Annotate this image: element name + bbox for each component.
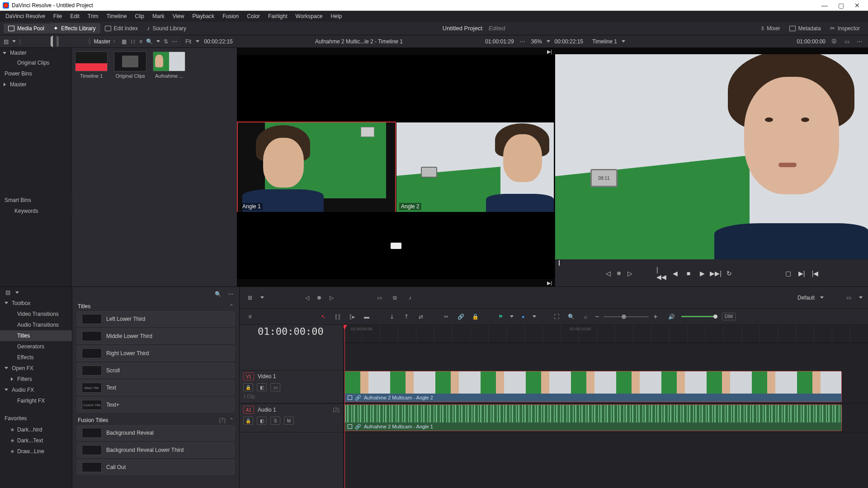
track-head-a1[interactable]: A1 Audio 1 (2) 🔒 ◧ S M xyxy=(240,404,343,432)
fav-item[interactable]: ★Dark...hird xyxy=(0,424,72,435)
close-button[interactable]: ✕ xyxy=(849,0,865,11)
timeline-name[interactable]: Timeline 1 xyxy=(592,38,617,45)
fusion-titles-header[interactable]: Fusion Titles (7)⌃ xyxy=(77,414,235,425)
browser-menu-icon[interactable]: ⋯ xyxy=(172,38,177,46)
lock-icon[interactable]: 🔒 xyxy=(470,312,480,321)
av-icon[interactable]: ⧉ xyxy=(390,293,400,302)
cat-audiofx[interactable]: Audio FX xyxy=(0,385,72,395)
metadata-toggle[interactable]: Metadata xyxy=(785,23,826,33)
fav-item[interactable]: ★Dark...Text xyxy=(0,435,72,446)
zoom-slider[interactable] xyxy=(604,316,649,317)
fx-panel-icon[interactable]: ▤ xyxy=(4,288,12,296)
menu-view[interactable]: View xyxy=(169,12,188,21)
blade-tool[interactable]: ▬ xyxy=(362,312,372,321)
multicam-mode-icon[interactable]: ⊞ xyxy=(245,293,255,302)
mute-button[interactable]: M xyxy=(284,417,294,425)
dim-button[interactable]: DIM xyxy=(722,313,736,320)
playhead[interactable] xyxy=(344,325,345,488)
trim-tool[interactable]: ⟦⟧ xyxy=(333,312,343,321)
tl-view-drop-icon[interactable] xyxy=(859,296,863,299)
last-edit-icon[interactable]: |◀ xyxy=(811,269,820,278)
mark-in-icon[interactable]: ◁ xyxy=(604,269,613,278)
fx-search-icon[interactable]: 🔍 xyxy=(214,290,222,298)
cat-video-transitions[interactable]: Video Transitions xyxy=(0,309,72,319)
title-item[interactable]: Middle Lower Third xyxy=(77,328,235,344)
fusion-title-item[interactable]: Call Out xyxy=(77,460,235,475)
default-drop-icon[interactable] xyxy=(820,296,824,299)
nav-back-icon[interactable] xyxy=(24,35,53,47)
maximize-button[interactable]: ▢ xyxy=(833,0,849,11)
titles-group-header[interactable]: Titles ⌃ xyxy=(77,300,235,311)
bin-power-master[interactable]: Master xyxy=(0,80,71,89)
menu-color[interactable]: Color xyxy=(243,12,264,21)
clip-original-folder[interactable]: Original Clips xyxy=(114,52,146,79)
volume-slider[interactable] xyxy=(681,316,717,317)
play-button[interactable]: ▶ xyxy=(698,269,707,278)
clip-timeline1[interactable]: Timeline 1 xyxy=(75,52,108,79)
auto-select-button[interactable]: ◧ xyxy=(257,417,267,425)
stacked-icon[interactable]: ≡ xyxy=(245,312,255,321)
zoom-to-fit-icon[interactable]: ⛶ xyxy=(552,312,561,321)
angle-2[interactable]: Angle 2 xyxy=(396,122,554,212)
goto-end-button[interactable]: ▶▶| xyxy=(711,269,720,278)
title-item[interactable]: Scroll xyxy=(77,363,235,378)
loop-button[interactable]: ↻ xyxy=(725,269,734,278)
zoom-in-icon[interactable]: + xyxy=(653,313,657,321)
collapse-icon[interactable]: ⌃ xyxy=(229,303,234,310)
bin-master[interactable]: Master xyxy=(0,48,71,58)
edit-index-toggle[interactable]: Edit Index xyxy=(100,23,142,33)
marker-icon[interactable]: ● xyxy=(518,312,528,321)
cat-effects[interactable]: Effects xyxy=(0,352,72,363)
auto-select-button[interactable]: ◧ xyxy=(257,383,267,391)
inspector-toggle[interactable]: ✂Inspector xyxy=(826,23,864,33)
bin-dropdown-icon[interactable] xyxy=(12,40,16,42)
selection-tool[interactable]: ↖ xyxy=(318,312,328,321)
zoom-chevron-icon[interactable] xyxy=(547,40,550,42)
step-back-button[interactable]: ◀ xyxy=(670,269,679,278)
bin-keywords[interactable]: Keywords xyxy=(0,206,72,216)
bin-original-clips[interactable]: Original Clips xyxy=(0,58,71,68)
source-menu-icon[interactable]: ⋯ xyxy=(519,38,527,46)
view-thumb-icon[interactable]: ▦ xyxy=(122,38,127,46)
match-frame-icon[interactable]: ▢ xyxy=(783,269,793,278)
dynamic-trim-tool[interactable]: ⟦▸ xyxy=(347,312,357,321)
view-grid-icon[interactable]: ⫶⫶ xyxy=(130,38,136,46)
bypass-icon[interactable]: ⦿ xyxy=(830,38,838,46)
goto-end-icon[interactable]: ▶| xyxy=(547,49,552,55)
timeline-view-icon[interactable]: ▭ xyxy=(844,293,854,302)
menu-workspace[interactable]: Workspace xyxy=(292,12,326,21)
zoom-dropdown[interactable]: 36% xyxy=(531,38,542,45)
goto-end-icon[interactable]: ▶| xyxy=(547,280,552,286)
menu-fusion[interactable]: Fusion xyxy=(219,12,242,21)
effects-library-toggle[interactable]: ✦Effects Library xyxy=(49,23,100,33)
title-item[interactable]: Left Lower Third xyxy=(77,311,235,327)
timecode-display[interactable]: 01:00:00:00 xyxy=(258,326,324,337)
menu-fairlight[interactable]: Fairlight xyxy=(264,12,291,21)
cat-audio-transitions[interactable]: Audio Transitions xyxy=(0,319,72,330)
program-menu-icon[interactable]: ⋯ xyxy=(855,38,863,46)
favorites-header[interactable]: Favorites xyxy=(0,413,72,424)
fusion-title-item[interactable]: Background Reveal xyxy=(77,425,235,441)
zoom-out-icon[interactable]: − xyxy=(595,313,599,321)
next-edit-icon[interactable]: ▶| xyxy=(797,269,806,278)
timeline-ruler[interactable]: 01:00:00:00 01:00:10:00 xyxy=(344,325,868,343)
cat-generators[interactable]: Generators xyxy=(0,341,72,352)
menu-mark[interactable]: Mark xyxy=(149,12,168,21)
smart-bins-header[interactable]: Smart Bins xyxy=(0,194,72,206)
clip-aufnahme[interactable]: Aufnahme ... xyxy=(153,52,185,79)
link-icon[interactable]: 🔗 xyxy=(456,312,466,321)
cat-titles[interactable]: Titles xyxy=(0,330,72,341)
insert-icon[interactable]: ⤓ xyxy=(387,312,397,321)
video-only-icon[interactable]: ▭ xyxy=(374,293,384,302)
audio-only-icon[interactable]: ♪ xyxy=(405,293,415,302)
mark-out-icon[interactable]: ▷ xyxy=(625,269,634,278)
bin-list-icon[interactable]: ▤ xyxy=(4,38,9,46)
detail-zoom-icon[interactable]: 🔍 xyxy=(566,312,576,321)
nav-history-icon[interactable] xyxy=(89,38,90,45)
sort-icon[interactable]: ⇅ xyxy=(164,38,168,46)
video-clip[interactable]: 🔗Aufnahme 2 Multicam - Angle 2 xyxy=(344,371,842,402)
menu-trim[interactable]: Trim xyxy=(84,12,102,21)
razor-icon[interactable]: ✂ xyxy=(441,312,451,321)
title-item[interactable]: Custom TitleText+ xyxy=(77,397,235,413)
overwrite-icon[interactable]: ⤒ xyxy=(401,312,411,321)
